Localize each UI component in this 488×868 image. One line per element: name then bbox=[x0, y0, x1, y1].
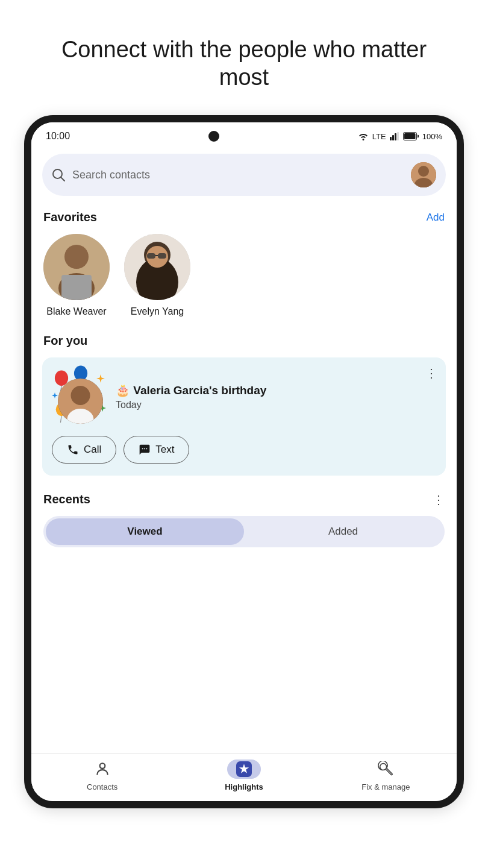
signal-icon bbox=[390, 132, 399, 140]
birthday-person-avatar bbox=[58, 379, 103, 424]
avatar-blake bbox=[43, 234, 110, 300]
svg-line-27 bbox=[60, 416, 61, 423]
svg-rect-1 bbox=[392, 135, 394, 140]
svg-rect-0 bbox=[390, 137, 392, 140]
text-button[interactable]: Text bbox=[124, 436, 189, 464]
status-time: 10:00 bbox=[46, 131, 70, 142]
svg-rect-20 bbox=[158, 253, 166, 259]
svg-rect-14 bbox=[61, 275, 92, 300]
svg-marker-30 bbox=[52, 392, 58, 398]
lte-label: LTE bbox=[372, 132, 386, 141]
page-headline: Connect with the people who matter most bbox=[0, 0, 488, 115]
battery-icon bbox=[403, 132, 419, 140]
svg-rect-2 bbox=[395, 133, 396, 140]
call-button[interactable]: Call bbox=[52, 436, 116, 464]
for-you-header: For you bbox=[31, 332, 457, 357]
svg-line-7 bbox=[61, 178, 65, 181]
svg-rect-19 bbox=[147, 253, 155, 259]
favorites-title: Favorites bbox=[43, 210, 97, 224]
for-you-title: For you bbox=[43, 334, 87, 348]
phone-icon bbox=[67, 444, 79, 456]
svg-point-12 bbox=[64, 245, 89, 269]
svg-point-6 bbox=[53, 169, 62, 178]
favorite-name-evelyn: Evelyn Yang bbox=[131, 306, 184, 317]
phone-frame: 10:00 LTE bbox=[24, 115, 464, 808]
search-icon bbox=[52, 168, 65, 181]
message-icon bbox=[139, 444, 151, 456]
add-favorite-button[interactable]: Add bbox=[427, 212, 445, 224]
recents-more-button[interactable]: ⋮ bbox=[433, 494, 445, 506]
action-buttons: Call Text bbox=[52, 436, 436, 464]
birthday-avatar-wrap bbox=[52, 370, 106, 424]
sparkle-blue-icon bbox=[52, 392, 58, 398]
svg-point-9 bbox=[418, 166, 429, 177]
text-label: Text bbox=[155, 444, 174, 456]
favorites-header: Favorites Add bbox=[31, 208, 457, 234]
call-label: Call bbox=[84, 444, 101, 456]
birthday-info: 🎂 Valeria Garcia's birthday Today bbox=[116, 383, 436, 410]
search-bar[interactable]: Search contacts bbox=[42, 154, 446, 196]
search-placeholder: Search contacts bbox=[72, 169, 404, 181]
more-options-button[interactable]: ⋮ bbox=[425, 367, 437, 379]
svg-point-32 bbox=[71, 386, 90, 405]
svg-rect-3 bbox=[397, 132, 399, 140]
svg-rect-5 bbox=[404, 133, 416, 139]
battery-label: 100% bbox=[422, 132, 442, 141]
user-avatar[interactable] bbox=[411, 162, 436, 187]
favorite-item-blake[interactable]: Blake Weaver bbox=[43, 234, 110, 317]
avatar-evelyn bbox=[124, 234, 190, 300]
favorite-name-blake: Blake Weaver bbox=[46, 306, 106, 317]
recents-header: Recents ⋮ bbox=[31, 490, 457, 516]
birthday-name: 🎂 Valeria Garcia's birthday bbox=[116, 383, 436, 397]
svg-marker-28 bbox=[96, 374, 105, 383]
favorites-list: Blake Weaver E bbox=[31, 234, 457, 332]
added-tab[interactable]: Added bbox=[244, 518, 442, 545]
birthday-date: Today bbox=[116, 400, 436, 410]
camera-dot bbox=[208, 131, 219, 142]
phone-screen: 10:00 LTE bbox=[31, 122, 457, 559]
birthday-content: 🎂 Valeria Garcia's birthday Today bbox=[52, 370, 436, 424]
sparkle-yellow-icon bbox=[96, 374, 105, 383]
favorite-item-evelyn[interactable]: Evelyn Yang bbox=[124, 234, 190, 317]
for-you-card: 🎂 Valeria Garcia's birthday Today ⋮ Call bbox=[42, 357, 446, 476]
status-bar: 10:00 LTE bbox=[31, 122, 457, 148]
viewed-tab[interactable]: Viewed bbox=[46, 518, 244, 545]
recents-title: Recents bbox=[43, 492, 90, 506]
status-icons: LTE 100% bbox=[358, 132, 442, 141]
recents-toggle: Viewed Added bbox=[43, 516, 445, 547]
wifi-icon bbox=[358, 132, 369, 140]
